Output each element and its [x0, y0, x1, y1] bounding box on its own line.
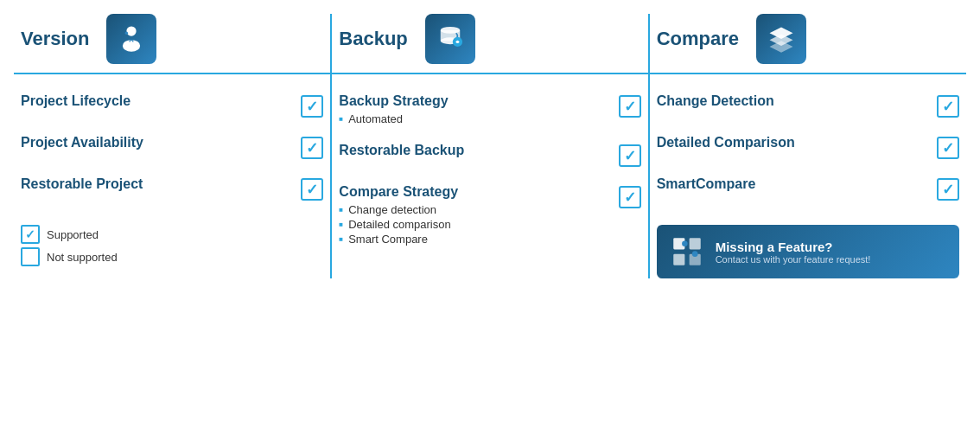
- version-features: Project Lifecycle Project Availability R…: [14, 74, 331, 278]
- missing-feature-text: Missing a Feature? Contact us with your …: [716, 240, 871, 265]
- layers-icon: [766, 23, 797, 54]
- svg-point-15: [692, 251, 698, 257]
- svg-point-14: [682, 241, 688, 247]
- check-backup-strategy: [619, 95, 641, 118]
- subitem-automated: Automated: [339, 112, 611, 125]
- feature-backup-strategy: Backup Strategy Automated: [339, 85, 640, 134]
- legend-check-not-supported: [21, 247, 40, 266]
- feature-compare-strategy: Compare Strategy Change detection Detail…: [339, 176, 640, 254]
- subitem-detailed-comparison: Detailed comparison: [339, 218, 611, 231]
- check-change-detection: [937, 95, 959, 118]
- legend-check-supported: [21, 225, 40, 244]
- feature-name: Project Availability: [21, 135, 294, 150]
- svg-point-0: [127, 26, 137, 35]
- feature-project-lifecycle: Project Lifecycle: [21, 85, 323, 126]
- check-compare-strategy: [619, 186, 641, 208]
- missing-feature-banner[interactable]: Missing a Feature? Contact us with your …: [657, 225, 959, 278]
- version-header: Version: [14, 14, 331, 74]
- missing-feature-subtitle: Contact us with your feature request!: [716, 254, 871, 265]
- svg-marker-9: [770, 41, 793, 53]
- feature-restorable-project: Restorable Project: [21, 168, 323, 209]
- legend: Supported Not supported: [21, 225, 323, 266]
- svg-point-1: [123, 40, 140, 52]
- feature-name: Project Lifecycle: [21, 93, 294, 109]
- version-icon-box: [106, 14, 156, 64]
- feature-change-detection: Change Detection: [657, 85, 959, 126]
- subitem-smart-compare: Smart Compare: [339, 233, 611, 246]
- feature-name: Detailed Comparison: [657, 135, 930, 150]
- feature-restorable-backup: Restorable Backup: [339, 134, 640, 176]
- feature-smart-compare: SmartCompare: [657, 168, 959, 209]
- legend-supported-label: Supported: [47, 228, 99, 241]
- check-restorable-backup: [619, 144, 641, 167]
- compare-title: Compare: [657, 28, 739, 50]
- feature-compare-strategy-name: Compare Strategy Change detection Detail…: [339, 184, 611, 246]
- backup-title: Backup: [339, 28, 407, 50]
- subitem-change-detection: Change detection: [339, 203, 611, 216]
- database-icon: [435, 23, 466, 54]
- check-restorable-project: [301, 178, 323, 201]
- check-detailed-comparison: [937, 137, 959, 159]
- person-icon: [116, 23, 147, 54]
- svg-rect-12: [673, 254, 684, 265]
- feature-project-availability: Project Availability: [21, 126, 323, 168]
- feature-name: Change Detection: [657, 93, 930, 109]
- legend-not-supported: Not supported: [21, 247, 323, 266]
- compare-icon-box: [756, 14, 806, 64]
- check-project-lifecycle: [301, 95, 323, 118]
- legend-not-supported-label: Not supported: [47, 251, 118, 264]
- feature-name: SmartCompare: [657, 176, 930, 192]
- feature-comparison-table: Version Backup: [14, 14, 966, 278]
- compare-features: Change Detection Detailed Comparison Sma…: [649, 74, 966, 278]
- version-title: Version: [21, 28, 89, 50]
- check-project-availability: [301, 137, 323, 159]
- svg-rect-11: [689, 238, 700, 249]
- compare-header: Compare: [649, 14, 966, 74]
- puzzle-icon: [669, 233, 705, 270]
- svg-point-2: [125, 32, 128, 35]
- feature-name: Restorable Backup: [339, 143, 611, 158]
- check-smart-compare: [937, 178, 959, 201]
- feature-backup-strategy-name: Backup Strategy Automated: [339, 93, 611, 125]
- feature-name: Restorable Project: [21, 176, 294, 192]
- legend-supported: Supported: [21, 225, 323, 244]
- backup-icon-box: [425, 14, 475, 64]
- backup-header: Backup: [331, 14, 648, 74]
- feature-detailed-comparison: Detailed Comparison: [657, 126, 959, 168]
- backup-features: Backup Strategy Automated Restorable Bac…: [331, 74, 648, 278]
- missing-feature-title: Missing a Feature?: [716, 240, 871, 254]
